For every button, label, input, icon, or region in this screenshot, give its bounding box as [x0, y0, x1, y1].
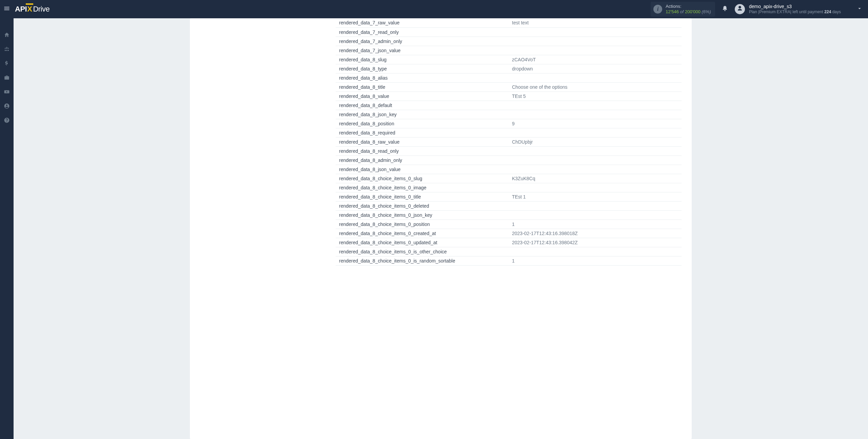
actions-values: 12'546 of 200'000 (6%) — [666, 9, 711, 15]
question-icon — [4, 117, 10, 125]
row-key: rendered_data_8_choice_items_0_is_other_… — [336, 247, 509, 256]
table-row: rendered_data_8_choice_items_0_is_random… — [336, 256, 682, 265]
table-row: rendered_data_8_json_value — [336, 165, 682, 174]
panel-left-spacer — [200, 18, 336, 429]
dollar-icon — [4, 60, 10, 68]
row-key: rendered_data_8_choice_items_0_position — [336, 220, 509, 229]
table-row: rendered_data_7_raw_valuetest text — [336, 18, 682, 27]
row-key: rendered_data_7_json_value — [336, 46, 509, 55]
chevron-down-icon — [856, 5, 863, 13]
user-name: demo_apix-drive_s3 — [749, 4, 841, 9]
row-key: rendered_data_8_choice_items_0_updated_a… — [336, 238, 509, 247]
row-key: rendered_data_8_choice_items_0_created_a… — [336, 229, 509, 238]
notifications-button[interactable] — [722, 5, 728, 13]
table-row: rendered_data_8_admin_only — [336, 155, 682, 165]
logo-drive: Drive — [33, 5, 50, 14]
row-value — [509, 128, 682, 137]
app-body: rendered_data_7_raw_valuetest textrender… — [0, 18, 868, 439]
app-header: APIXDrive i Actions: 12'546 of 200'000 (… — [0, 0, 868, 18]
table-row: rendered_data_8_choice_items_0_is_other_… — [336, 247, 682, 256]
table-row: rendered_data_8_choice_items_0_slugK3ZuK… — [336, 174, 682, 183]
table-row: rendered_data_8_default — [336, 101, 682, 110]
row-value — [509, 183, 682, 192]
row-value — [509, 46, 682, 55]
sidebar-item-help[interactable] — [0, 114, 14, 128]
row-value: 2023-02-17T12:43:16.398018Z — [509, 229, 682, 238]
row-value — [509, 210, 682, 220]
actions-pct: (6%) — [701, 9, 711, 14]
table-row: rendered_data_8_slugzCAO4VoT — [336, 55, 682, 64]
table-row: rendered_data_8_valueTEst 5 — [336, 91, 682, 101]
briefcase-icon — [4, 75, 10, 82]
row-value: test text — [509, 18, 682, 27]
user-info[interactable]: demo_apix-drive_s3 Plan |Premium EXTRA| … — [749, 4, 841, 14]
youtube-icon — [4, 89, 10, 96]
table-row: rendered_data_8_choice_items_0_titleTEst… — [336, 192, 682, 201]
data-table: rendered_data_7_raw_valuetest textrender… — [336, 18, 682, 266]
row-value: K3ZuK8Cq — [509, 174, 682, 183]
user-avatar[interactable] — [735, 4, 745, 14]
header-right: i Actions: 12'546 of 200'000 (6%) demo_a… — [651, 2, 868, 16]
row-key: rendered_data_7_raw_value — [336, 18, 509, 27]
actions-current: 12'546 — [666, 9, 679, 14]
actions-counter[interactable]: i Actions: 12'546 of 200'000 (6%) — [651, 2, 715, 16]
row-key: rendered_data_8_choice_items_0_is_random… — [336, 256, 509, 265]
row-value — [509, 165, 682, 174]
row-value: TEst 5 — [509, 91, 682, 101]
table-row: rendered_data_8_typedropdown — [336, 64, 682, 73]
row-value — [509, 27, 682, 37]
table-row: rendered_data_8_choice_items_0_deleted — [336, 201, 682, 210]
menu-toggle-button[interactable] — [0, 0, 14, 18]
row-key: rendered_data_8_choice_items_0_deleted — [336, 201, 509, 210]
main-content: rendered_data_7_raw_valuetest textrender… — [14, 18, 868, 439]
row-value: Choose one of the options — [509, 82, 682, 91]
row-key: rendered_data_8_default — [336, 101, 509, 110]
sidebar-item-home[interactable] — [0, 28, 14, 43]
row-key: rendered_data_8_choice_items_0_image — [336, 183, 509, 192]
row-key: rendered_data_8_choice_items_0_json_key — [336, 210, 509, 220]
table-row: rendered_data_8_required — [336, 128, 682, 137]
sidebar-item-account[interactable] — [0, 100, 14, 114]
sitemap-icon — [4, 46, 10, 54]
user-plan: Plan |Premium EXTRA| left until payment … — [749, 9, 841, 14]
row-key: rendered_data_7_admin_only — [336, 37, 509, 46]
row-value — [509, 146, 682, 155]
row-key: rendered_data_8_position — [336, 119, 509, 128]
row-value: TEst 1 — [509, 192, 682, 201]
row-key: rendered_data_8_read_only — [336, 146, 509, 155]
row-key: rendered_data_8_raw_value — [336, 137, 509, 146]
row-key: rendered_data_8_choice_items_0_title — [336, 192, 509, 201]
row-value: 1 — [509, 220, 682, 229]
sidebar-item-billing[interactable] — [0, 57, 14, 71]
row-value: dropdown — [509, 64, 682, 73]
row-value: ChDUpbjr — [509, 137, 682, 146]
logo-x: X — [27, 5, 32, 14]
panel-right: rendered_data_7_raw_valuetest textrender… — [336, 18, 682, 429]
row-value — [509, 37, 682, 46]
row-value — [509, 201, 682, 210]
row-value — [509, 101, 682, 110]
sidebar-item-video[interactable] — [0, 85, 14, 100]
header-expand-button[interactable] — [856, 5, 863, 13]
row-key: rendered_data_8_json_value — [336, 165, 509, 174]
table-row: rendered_data_8_choice_items_0_json_key — [336, 210, 682, 220]
row-value: 1 — [509, 256, 682, 265]
sidebar-item-connections[interactable] — [0, 43, 14, 57]
row-key: rendered_data_8_choice_items_0_slug — [336, 174, 509, 183]
table-row: rendered_data_8_read_only — [336, 146, 682, 155]
row-key: rendered_data_8_admin_only — [336, 155, 509, 165]
user-circle-icon — [4, 103, 10, 110]
logo-api: API — [15, 5, 27, 14]
actions-label: Actions: — [666, 4, 711, 9]
table-row: rendered_data_7_admin_only — [336, 37, 682, 46]
row-value — [509, 73, 682, 82]
row-value — [509, 110, 682, 119]
actions-max: 200'000 — [685, 9, 701, 14]
app-logo[interactable]: APIXDrive — [15, 5, 50, 14]
home-icon — [4, 32, 10, 39]
row-value: 9 — [509, 119, 682, 128]
row-value — [509, 247, 682, 256]
info-icon: i — [653, 5, 662, 14]
table-row: rendered_data_8_choice_items_0_updated_a… — [336, 238, 682, 247]
sidebar-item-work[interactable] — [0, 71, 14, 85]
